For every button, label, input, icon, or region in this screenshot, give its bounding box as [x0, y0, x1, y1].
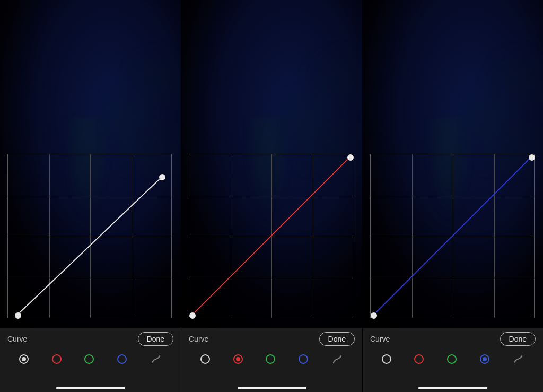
blue-channel[interactable] — [480, 354, 489, 364]
curve-handle-shadow[interactable] — [189, 312, 196, 319]
blue-channel[interactable] — [299, 354, 308, 364]
green-channel[interactable] — [266, 354, 275, 364]
red-channel[interactable] — [52, 354, 62, 364]
curve-controls: CurveDone — [0, 328, 181, 392]
curve-handle-shadow[interactable] — [15, 312, 21, 319]
curve-tool-label: Curve — [189, 335, 208, 343]
white-channel[interactable] — [200, 354, 210, 364]
curve-editor-panel: CurveDone — [181, 0, 362, 392]
done-button[interactable]: Done — [500, 332, 536, 346]
curve-grid[interactable] — [370, 154, 535, 318]
home-indicator — [418, 387, 487, 389]
red-channel[interactable] — [233, 354, 243, 364]
curve-tool-label: Curve — [7, 335, 27, 343]
curve-controls: CurveDone — [363, 328, 543, 392]
green-channel[interactable] — [447, 354, 457, 364]
curve-editor-panel: CurveDone — [362, 0, 543, 392]
curve-grid[interactable] — [7, 154, 172, 318]
svg-line-2 — [374, 158, 531, 315]
home-indicator — [238, 387, 306, 389]
curve-tool-label: Curve — [370, 335, 390, 343]
parametric-curve-icon[interactable] — [150, 353, 162, 365]
done-button[interactable]: Done — [319, 332, 355, 346]
curve-editor-panel: CurveDone — [0, 0, 181, 392]
svg-line-1 — [192, 158, 349, 315]
curve-handle-highlight[interactable] — [529, 154, 535, 161]
parametric-curve-icon[interactable] — [512, 353, 524, 365]
curve-handle-shadow[interactable] — [371, 312, 377, 319]
curve-controls: CurveDone — [181, 328, 362, 392]
curve-grid[interactable] — [189, 154, 353, 318]
white-channel[interactable] — [19, 354, 29, 364]
curve-handle-highlight[interactable] — [347, 154, 354, 161]
curve-handle-highlight[interactable] — [159, 174, 165, 180]
done-button[interactable]: Done — [138, 332, 173, 346]
parametric-curve-icon[interactable] — [331, 353, 343, 365]
svg-line-0 — [17, 177, 161, 315]
red-channel[interactable] — [414, 354, 424, 364]
home-indicator — [56, 387, 125, 389]
green-channel[interactable] — [84, 354, 94, 364]
white-channel[interactable] — [382, 354, 391, 364]
blue-channel[interactable] — [117, 354, 127, 364]
